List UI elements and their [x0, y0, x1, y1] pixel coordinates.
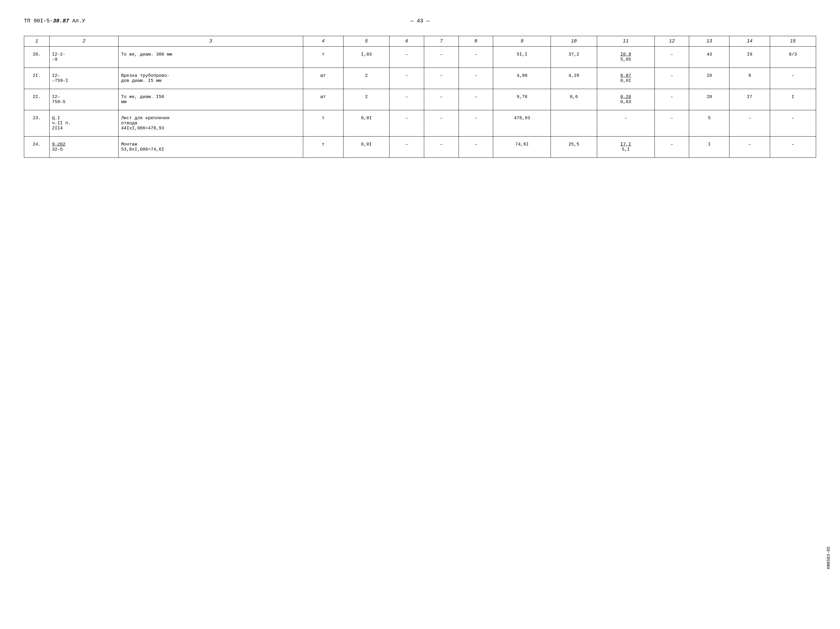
col-header-7: 7 — [424, 36, 458, 47]
row21-col7: – — [424, 68, 458, 89]
row24-col9: 74,6I — [493, 137, 551, 158]
document-title: ТП 90I-5-38.87 Ал.У — [24, 18, 85, 24]
row20-col7: – — [424, 47, 458, 68]
table-row: 20. I2-2-–9 То же, диам. 300 мм т I,03 –… — [24, 47, 816, 68]
row23-col3: Лист для крепленияотвода44IxI,086=478,93 — [118, 110, 303, 137]
row20-col10: 37,2 — [551, 47, 597, 68]
row20-col8: – — [458, 47, 493, 68]
row22-col2: I2–759–5 — [49, 89, 118, 110]
col-header-2: 2 — [49, 36, 118, 47]
row20-col1: 20. — [24, 47, 50, 68]
row20-col14: I9 — [729, 47, 770, 68]
row20-col4: т — [303, 47, 343, 68]
row23-col12: – — [655, 110, 689, 137]
row23-col11: – — [597, 110, 655, 137]
table-row: 23. Ц.Iч.II п.2II4 Лист для крепленияотв… — [24, 110, 816, 137]
row23-col10 — [551, 110, 597, 137]
col-header-3: 3 — [118, 36, 303, 47]
row23-col14: – — [729, 110, 770, 137]
row21-col9: 4,88 — [493, 68, 551, 89]
row21-col4: шт — [303, 68, 343, 89]
row21-col5: 2 — [343, 68, 389, 89]
table-row: 24. 9-20232–5 Монтаж53,8xI,086=74,6I т 0… — [24, 137, 816, 158]
row20-col9: 5I,I — [493, 47, 551, 68]
row24-col1: 24. — [24, 137, 50, 158]
row24-col4: т — [303, 137, 343, 158]
row22-col3: То же, диам. I50мм — [118, 89, 303, 110]
row24-col14: – — [729, 137, 770, 158]
row24-col3: Монтаж53,8xI,086=74,6I — [118, 137, 303, 158]
main-table: 1 2 3 4 5 6 7 8 9 10 11 12 13 14 15 20. … — [24, 36, 816, 158]
col-header-15: 15 — [770, 36, 816, 47]
row20-col15: 8/3 — [770, 47, 816, 68]
row22-col9: 9,78 — [493, 89, 551, 110]
row24-col2: 9-20232–5 — [49, 137, 118, 158]
col-header-11: 11 — [597, 36, 655, 47]
col-header-4: 4 — [303, 36, 343, 47]
row22-col13: 20 — [689, 89, 729, 110]
row23-col8: – — [458, 110, 493, 137]
row22-col12: – — [655, 89, 689, 110]
row22-col6: – — [390, 89, 424, 110]
row23-col7: – — [424, 110, 458, 137]
row21-col14: 9 — [729, 68, 770, 89]
table-header-row: 1 2 3 4 5 6 7 8 9 10 11 12 13 14 15 — [24, 36, 816, 47]
row22-col8: – — [458, 89, 493, 110]
col-header-12: 12 — [655, 36, 689, 47]
row24-col13: I — [689, 137, 729, 158]
row24-col10: 25,5 — [551, 137, 597, 158]
row24-col15: – — [770, 137, 816, 158]
row21-col15: – — [770, 68, 816, 89]
table-row: 22. I2–759–5 То же, диам. I50мм шт 2 – –… — [24, 89, 816, 110]
col-header-1: 1 — [24, 36, 50, 47]
title-suffix: Ал.У — [69, 18, 85, 24]
row22-col15: I — [770, 89, 816, 110]
row21-col1: 2I. — [24, 68, 50, 89]
row21-col8: – — [458, 68, 493, 89]
row24-col11: I7,I 5,I — [597, 137, 655, 158]
row22-col7: – — [424, 89, 458, 110]
row23-col1: 23. — [24, 110, 50, 137]
row22-col1: 22. — [24, 89, 50, 110]
row20-col3: То же, диам. 300 мм — [118, 47, 303, 68]
row24-col8: – — [458, 137, 493, 158]
row22-col10: 8,6 — [551, 89, 597, 110]
row23-col13: 5 — [689, 110, 729, 137]
row20-col5: I,03 — [343, 47, 389, 68]
watermark: КФ8583-05 — [826, 547, 831, 569]
row21-col12: – — [655, 68, 689, 89]
row23-col5: 0,0I — [343, 110, 389, 137]
row23-col6: – — [390, 110, 424, 137]
table-row: 2I. I2––759–I Врезка трубопрово-дов диам… — [24, 68, 816, 89]
row22-col11: 0,26 0,03 — [597, 89, 655, 110]
title-bold: 38.87 — [53, 18, 69, 24]
row21-col2: I2––759–I — [49, 68, 118, 89]
row21-col13: I0 — [689, 68, 729, 89]
row23-col15: – — [770, 110, 816, 137]
col-header-8: 8 — [458, 36, 493, 47]
row24-col12: – — [655, 137, 689, 158]
col-header-6: 6 — [390, 36, 424, 47]
row23-col9: 478,93 — [493, 110, 551, 137]
col-header-10: 10 — [551, 36, 597, 47]
row22-col5: 2 — [343, 89, 389, 110]
row23-col4: т — [303, 110, 343, 137]
col-header-14: 14 — [729, 36, 770, 47]
col-header-9: 9 — [493, 36, 551, 47]
row20-col2: I2-2-–9 — [49, 47, 118, 68]
row21-col10: 4,29 — [551, 68, 597, 89]
title-code: 0I-5- — [37, 18, 53, 24]
row20-col6: – — [390, 47, 424, 68]
row20-col12: – — [655, 47, 689, 68]
row21-col6: – — [390, 68, 424, 89]
row24-col6: – — [390, 137, 424, 158]
title-prefix: ТП 9 — [24, 18, 37, 24]
page-header: ТП 90I-5-38.87 Ал.У — 43 — — [24, 18, 816, 24]
col-header-13: 13 — [689, 36, 729, 47]
row21-col3: Врезка трубопрово-дов диам. I5 мм — [118, 68, 303, 89]
row24-col7: – — [424, 137, 458, 158]
row23-col2: Ц.Iч.II п.2II4 — [49, 110, 118, 137]
page-number: — 43 — — [411, 18, 430, 24]
row20-col13: 43 — [689, 47, 729, 68]
col-header-5: 5 — [343, 36, 389, 47]
